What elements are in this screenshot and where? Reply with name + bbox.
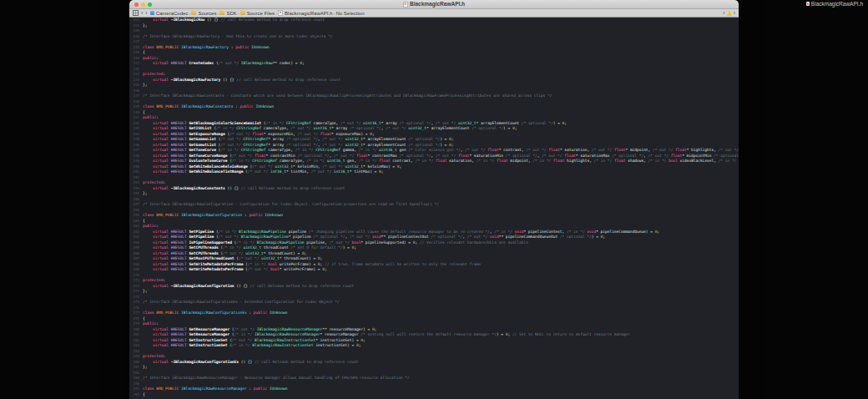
folder-icon xyxy=(220,11,225,15)
code-text: virtual ~IBlackmagicRawConfigurationEx (… xyxy=(143,360,359,366)
breadcrumb-item[interactable]: SDK xyxy=(220,11,236,16)
forward-button[interactable]: › xyxy=(145,9,147,17)
code-text: class BMD_PUBLIC IBlackmagicRawConfigura… xyxy=(143,213,283,219)
code-text: class BMD_PUBLIC IBlackmagicRawResourceM… xyxy=(143,386,287,392)
breadcrumb-label: BlackmagicRawAPI.h xyxy=(285,11,332,16)
code-text: { xyxy=(143,392,145,398)
breadcrumb-label: Source Files xyxy=(247,11,275,16)
breadcrumb-item[interactable]: No Selection xyxy=(336,11,364,16)
breadcrumb-item[interactable]: Source Files xyxy=(240,11,275,16)
code-text: }; xyxy=(143,365,147,371)
code-text: class BMD_PUBLIC IBlackmagicRawConfigura… xyxy=(143,311,287,316)
overlay-title-text: BlackmagicRawAPI.h xyxy=(811,1,863,7)
previous-issue-button[interactable]: ‹ xyxy=(723,9,724,17)
header-file-icon: h xyxy=(278,10,283,16)
desktop-window-title: h BlackmagicRawAPI.h xyxy=(806,1,863,7)
breadcrumb-item[interactable]: hBlackmagicRawAPI.h xyxy=(278,10,332,16)
code-text: virtual HRESULT GetWriteMetadataPerFrame… xyxy=(143,267,327,273)
desktop-background: h BlackmagicRawAPI.h h BlackmagicRawAPI.… xyxy=(0,0,868,399)
code-text: /* Interface IBlackmagicRawResourceManag… xyxy=(143,376,410,381)
code-lines: 223virtual ~IBlackmagicRaw () {} // call… xyxy=(129,18,739,397)
breadcrumb-label: Sources xyxy=(198,11,216,16)
window-titlebar[interactable]: h BlackmagicRawAPI.h xyxy=(129,0,739,9)
code-text: }; xyxy=(143,289,147,295)
code-text: /* Interface IBlackmagicRawConfiguration… xyxy=(143,300,340,306)
code-text: virtual HRESULT CreateCodec (/* out */ I… xyxy=(143,61,305,67)
code-text: virtual ~IBlackmagicRawConfiguration () … xyxy=(143,284,354,290)
breadcrumb-item[interactable]: CameraCodec xyxy=(150,11,189,16)
code-text: virtual HRESULT SetInstructionSet (/* in… xyxy=(143,343,361,349)
code-text: }; xyxy=(143,83,147,88)
breadcrumb: CameraCodec›Sources›SDK›Source Files›hBl… xyxy=(150,10,365,16)
header-file-icon: h xyxy=(806,2,810,6)
related-items-icon[interactable] xyxy=(133,10,139,16)
code-text: /* Interface IBlackmagicRawConfiguration… xyxy=(143,202,439,208)
code-text: class BMD_PUBLIC IBlackmagicRawFactory :… xyxy=(143,45,270,51)
code-text: virtual ~IBlackmagicRawConstants () {} /… xyxy=(143,186,345,192)
header-file-icon: h xyxy=(403,2,408,8)
jump-bar: ‹ › CameraCodec›Sources›SDK›Source Files… xyxy=(129,9,739,18)
breadcrumb-label: SDK xyxy=(226,11,236,16)
xcode-window: h BlackmagicRawAPI.h ‹ › CameraCodec›Sou… xyxy=(129,0,739,399)
code-text: virtual HRESULT GetWhiteBalanceTintRange… xyxy=(143,169,383,175)
breadcrumb-item[interactable]: Sources xyxy=(191,11,216,16)
line-number[interactable]: 292 xyxy=(129,392,139,398)
folder-icon xyxy=(240,11,245,15)
source-editor[interactable]: 223virtual ~IBlackmagicRaw () {} // call… xyxy=(129,18,739,399)
code-text: virtual ~IBlackmagicRawFactory () {} // … xyxy=(143,78,341,83)
breadcrumb-label: No Selection xyxy=(336,11,364,16)
code-text: /* Interface IBlackmagicRawFactory - Use… xyxy=(143,34,333,40)
code-text: virtual ~IBlackmagicRaw () {} // call Re… xyxy=(143,18,325,23)
next-issue-button[interactable]: › xyxy=(734,9,735,17)
window-title-text: BlackmagicRawAPI.h xyxy=(410,0,465,8)
code-text: /* Interface IBlackmagicRawConstants - C… xyxy=(143,93,552,99)
window-title: h BlackmagicRawAPI.h xyxy=(129,0,739,8)
code-text: class BMD_PUBLIC IBlackmagicRawConstants… xyxy=(143,104,274,110)
back-button[interactable]: ‹ xyxy=(141,9,143,17)
code-text: }; xyxy=(143,191,147,197)
warning-triangle-icon[interactable] xyxy=(727,11,732,16)
breadcrumb-label: CameraCodec xyxy=(156,11,189,16)
folder-icon xyxy=(191,11,196,15)
code-line[interactable]: 292{ xyxy=(129,392,739,398)
project-icon xyxy=(150,11,154,15)
code-text: }; xyxy=(143,23,147,29)
